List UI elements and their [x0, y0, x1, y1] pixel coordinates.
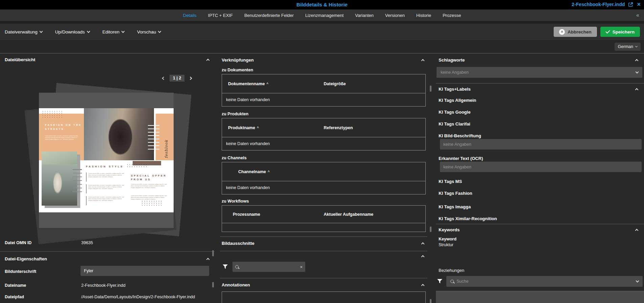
- collapse-section-icon[interactable]: [635, 59, 639, 63]
- menu-dateiverwaltung[interactable]: Dateiverwaltung: [5, 29, 42, 34]
- title-bar: Bilddetails & Historie 2-Feschbook-Flyer…: [0, 0, 644, 9]
- column-header-dateigroesse[interactable]: Dateigröße: [324, 81, 346, 86]
- file-overview-panel: Dateiübersicht 1 | 2 FASHION ON THE STRE…: [0, 53, 215, 303]
- save-button[interactable]: Speichern: [600, 27, 640, 37]
- collapse-section-icon[interactable]: [635, 229, 639, 232]
- open-in-new-window-icon[interactable]: [628, 2, 634, 7]
- empty-row: keine Daten vorhanden: [222, 137, 425, 150]
- action-menu-bar: Dateiverwaltung Up/Downloads Editoren Vo…: [0, 24, 644, 40]
- cancel-x-icon: ×: [559, 29, 565, 35]
- scrollbar-thumb[interactable]: [430, 299, 431, 303]
- menu-editoren[interactable]: Editoren: [103, 29, 124, 34]
- cancel-button[interactable]: × Abbrechen: [554, 27, 597, 37]
- collapse-section-icon[interactable]: [421, 284, 425, 287]
- search-icon: [450, 280, 454, 283]
- chevron-down-icon: [121, 30, 125, 33]
- omn-id-label: Datei OMN ID: [5, 240, 31, 245]
- tab-custom-fields[interactable]: Benutzerdefinierte Felder: [244, 13, 294, 18]
- ki-tags-google-label: KI Tags Google: [439, 110, 470, 115]
- collapse-section-icon[interactable]: [206, 59, 210, 62]
- fashion-style-heading: FASHION STYLE: [86, 165, 124, 168]
- tab-license-management[interactable]: Lizenzmanagement: [305, 13, 343, 18]
- column-header-referenztypen[interactable]: Referenztypen: [324, 125, 353, 130]
- empty-row: keine Daten vorhanden: [222, 93, 425, 106]
- current-filename: 2-Feschbook-Flyer.indd: [572, 2, 625, 7]
- collapse-section-icon[interactable]: [421, 242, 425, 246]
- dot-pattern: [126, 164, 148, 168]
- flyer-paragraph: Lorem ipsum dolor sit amet, consetetur s…: [86, 172, 125, 182]
- flyer-paragraph: Lorem ipsum dolor sit amet, consetetur s…: [131, 183, 169, 192]
- close-icon[interactable]: ×: [637, 1, 641, 7]
- collapse-section-icon[interactable]: [206, 258, 210, 261]
- tab-variants[interactable]: Varianten: [355, 13, 374, 18]
- ki-tags-clarifai-label: KI Tags Clarifai: [439, 121, 470, 126]
- ocr-field[interactable]: [440, 162, 642, 172]
- ki-tags-imagga-label: KI Tags Imagga: [439, 204, 471, 209]
- gray-lines-decoration: [73, 169, 82, 193]
- crops-search-input[interactable]: ×: [232, 262, 305, 272]
- ki-tags-ximilar-label: KI Tags Ximilar-Recognition: [439, 216, 497, 221]
- collapse-section-icon[interactable]: [421, 59, 425, 63]
- relations-list-area: [436, 291, 644, 303]
- filepath-label: Dateipfad: [5, 295, 24, 299]
- group-title-channels: zu Channels: [222, 156, 247, 160]
- tab-iptc-exif[interactable]: IPTC + EXIF: [208, 13, 233, 18]
- scrollbar-thumb[interactable]: [430, 227, 431, 232]
- column-header-prozessname[interactable]: Prozessname: [222, 212, 324, 217]
- column-header-dokumentenname[interactable]: Dokumentenname^: [222, 81, 324, 86]
- section-keywords: Keywords: [439, 227, 460, 232]
- chevron-down-icon: [636, 279, 639, 283]
- filename-label: Dateiname: [5, 283, 26, 288]
- collapse-section-icon[interactable]: [635, 88, 639, 92]
- scrollbar-thumb[interactable]: [430, 86, 431, 92]
- dot-pattern: [141, 200, 161, 207]
- column-header-aufgabenname[interactable]: Aktueller Aufgabenname: [324, 212, 374, 217]
- chevron-down-icon: [158, 30, 161, 33]
- keyword-value: Struktur: [439, 242, 453, 247]
- clear-search-icon[interactable]: ×: [300, 264, 303, 270]
- filter-icon[interactable]: [223, 264, 228, 269]
- annotations-table: Erstellu... Änderu... Objekt Objekt T...…: [222, 292, 426, 303]
- links-panel: Verknüpfungen zu Dokumenten Dokumentenna…: [220, 53, 427, 303]
- tags-dropdown[interactable]: keine Angaben: [437, 67, 642, 78]
- scrollbar-thumb[interactable]: [212, 250, 214, 256]
- ocr-label: Erkannter Text (OCR): [439, 156, 483, 161]
- tab-versions[interactable]: Versionen: [385, 13, 405, 18]
- page-title: Bilddetails & Historie: [0, 2, 644, 7]
- column-header-produktname[interactable]: Produktname^: [222, 125, 324, 130]
- chevron-down-icon: [87, 30, 90, 33]
- content-area: Dateiübersicht 1 | 2 FASHION ON THE STRE…: [0, 53, 644, 303]
- language-selector[interactable]: German: [615, 43, 641, 51]
- empty-row: [222, 223, 425, 232]
- plant-photo: [42, 152, 77, 165]
- relations-search-input[interactable]: Suche: [446, 276, 643, 287]
- section-crops: Bildausschnitte: [222, 241, 254, 246]
- products-table: Produktname^ Referenztypen keine Daten v…: [222, 118, 426, 150]
- tab-history[interactable]: Historie: [416, 13, 431, 18]
- menu-vorschau[interactable]: Vorschau: [137, 29, 161, 34]
- next-page-icon[interactable]: [189, 76, 192, 80]
- collapse-panel-icon[interactable]: «: [636, 12, 639, 18]
- caption-field[interactable]: [81, 266, 209, 276]
- feshlook-logo: feshlook: [164, 136, 169, 158]
- section-links: Verknüpfungen: [222, 57, 254, 63]
- filter-icon[interactable]: [437, 279, 442, 284]
- white-lines-decoration: [148, 125, 159, 150]
- scrollbar-thumb[interactable]: [212, 282, 214, 287]
- model-photo: [84, 108, 154, 160]
- collapse-section-icon[interactable]: [421, 255, 425, 259]
- menu-up-downloads[interactable]: Up/Downloads: [55, 29, 90, 34]
- group-title-products: zu Produkten: [222, 112, 248, 116]
- special-offer-heading: SPECIAL OFFER FROM US: [131, 174, 166, 181]
- tab-details[interactable]: Details: [183, 13, 197, 18]
- prev-page-icon[interactable]: [162, 76, 165, 80]
- tab-processes[interactable]: Prozesse: [443, 13, 461, 18]
- language-row: German: [0, 40, 644, 53]
- flyer-paragraph: Lorem ipsum dolor sit amet, consetetur s…: [86, 184, 125, 193]
- ki-caption-field[interactable]: [440, 139, 642, 149]
- flyer-paragraph: Lorem ipsum dolor sit amet, consetetur s…: [131, 195, 169, 200]
- omn-id-value: 39635: [81, 240, 93, 245]
- column-header-channelname[interactable]: Channelname^: [222, 169, 270, 174]
- group-title-workflows: zu Workflows: [222, 199, 249, 204]
- flyer-preview[interactable]: FASHION ON THE STREETS Lorem ipsum dolor…: [30, 87, 186, 239]
